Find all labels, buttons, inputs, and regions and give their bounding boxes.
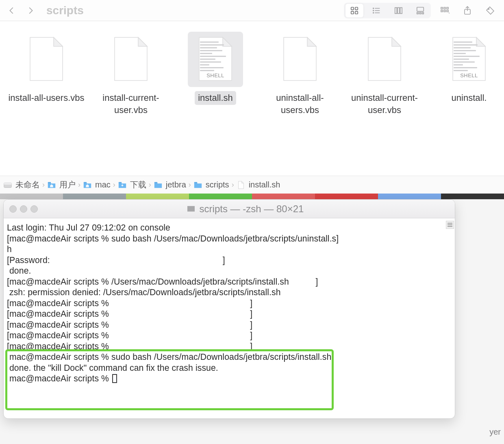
terminal-window: scripts — -zsh — 80×21 Last login: Thu J… bbox=[3, 199, 455, 419]
files-grid[interactable]: install-all-users.vbs install-current-us… bbox=[0, 21, 504, 176]
file-icon bbox=[357, 32, 412, 87]
traffic-close-icon[interactable] bbox=[9, 205, 17, 213]
traffic-max-icon[interactable] bbox=[30, 205, 38, 213]
svg-rect-21 bbox=[447, 7, 448, 9]
breadcrumb-label: 未命名 bbox=[15, 179, 40, 190]
chevron-right-icon: › bbox=[189, 181, 191, 189]
breadcrumb-item[interactable]: scripts bbox=[193, 180, 229, 189]
shell-badge: SHELL bbox=[196, 72, 235, 78]
share-button[interactable] bbox=[458, 4, 476, 17]
file-icon bbox=[272, 32, 328, 87]
svg-rect-31 bbox=[194, 182, 197, 183]
file-name: uninstall-all-users.vbs bbox=[258, 91, 342, 117]
terminal-title-text: scripts — -zsh — 80×21 bbox=[200, 203, 304, 215]
svg-rect-16 bbox=[422, 12, 424, 14]
file-item[interactable]: install-all-users.vbs bbox=[4, 29, 89, 176]
svg-rect-0 bbox=[351, 7, 354, 9]
breadcrumb-label: mac bbox=[95, 180, 111, 189]
terminal-line: done. bbox=[7, 266, 452, 276]
chevron-right-icon: › bbox=[232, 181, 234, 189]
breadcrumb-item[interactable]: 下载 bbox=[118, 179, 146, 190]
finder-toolbar: scripts bbox=[0, 0, 504, 21]
background-text: yer bbox=[489, 427, 501, 437]
shell-badge: SHELL bbox=[450, 72, 489, 78]
view-gallery-button[interactable] bbox=[411, 4, 429, 17]
terminal-line: [mac@macdeAir scripts % ] bbox=[7, 330, 452, 341]
chevron-right-icon: › bbox=[149, 181, 151, 189]
path-bar[interactable]: 未命名›用户›mac›下载›jetbra›scripts›install.sh bbox=[0, 176, 504, 194]
file-icon bbox=[19, 32, 74, 87]
svg-rect-26 bbox=[4, 183, 11, 185]
terminal-line: mac@macdeAir scripts % sudo bash /Users/… bbox=[7, 352, 452, 363]
view-list-button[interactable] bbox=[367, 4, 385, 17]
svg-rect-3 bbox=[355, 11, 358, 13]
breadcrumb-label: install.sh bbox=[249, 180, 280, 189]
terminal-line: [mac@macdeAir scripts % ] bbox=[7, 320, 452, 331]
file-item[interactable]: install-current-user.vbs bbox=[89, 29, 173, 176]
terminal-line: mac@macdeAir scripts % bbox=[7, 373, 452, 384]
svg-rect-20 bbox=[444, 10, 445, 12]
breadcrumb-item[interactable]: mac bbox=[83, 180, 111, 189]
svg-rect-19 bbox=[444, 7, 445, 9]
svg-rect-14 bbox=[417, 12, 419, 14]
terminal-line: Last login: Thu Jul 27 09:12:02 on conso… bbox=[7, 222, 452, 233]
breadcrumb-item[interactable]: install.sh bbox=[237, 180, 280, 189]
svg-rect-22 bbox=[447, 10, 448, 12]
chevron-right-icon: › bbox=[42, 181, 45, 189]
terminal-line: h bbox=[7, 244, 452, 255]
svg-point-6 bbox=[373, 10, 374, 11]
file-icon bbox=[103, 32, 159, 87]
file-icon: SHELL bbox=[188, 32, 243, 87]
breadcrumb-item[interactable]: 用户 bbox=[47, 179, 76, 190]
svg-point-8 bbox=[373, 12, 374, 13]
back-button[interactable] bbox=[5, 4, 19, 17]
breadcrumb-label: 下载 bbox=[130, 179, 146, 190]
file-item[interactable]: SHELLinstall.sh bbox=[173, 29, 258, 176]
svg-rect-10 bbox=[395, 7, 397, 13]
file-name: install-current-user.vbs bbox=[89, 91, 173, 117]
terminal-line: [Password: ] bbox=[7, 255, 452, 266]
file-name: uninstall. bbox=[448, 91, 490, 105]
breadcrumb-label: scripts bbox=[206, 180, 229, 189]
file-name: install-all-users.vbs bbox=[5, 91, 87, 105]
window-title: scripts bbox=[46, 4, 84, 17]
terminal-title: scripts — -zsh — 80×21 bbox=[41, 203, 449, 215]
terminal-line: [mac@macdeAir scripts % ] bbox=[7, 309, 452, 320]
svg-rect-13 bbox=[417, 7, 424, 11]
file-item[interactable]: uninstall-current-user.vbs bbox=[342, 29, 427, 176]
svg-rect-1 bbox=[355, 7, 358, 9]
svg-rect-15 bbox=[419, 12, 421, 14]
view-mode-group bbox=[344, 3, 431, 18]
group-by-button[interactable] bbox=[436, 4, 454, 17]
cursor-icon bbox=[112, 374, 117, 383]
terminal-line: zsh: permission denied: /Users/mac/Downl… bbox=[7, 287, 452, 298]
breadcrumb-label: jetbra bbox=[166, 180, 186, 189]
file-item[interactable]: uninstall-all-users.vbs bbox=[258, 29, 342, 176]
terminal-line: done. the "kill Dock" command can fix th… bbox=[7, 363, 452, 374]
tags-button[interactable] bbox=[481, 4, 499, 17]
breadcrumb-item[interactable]: 未命名 bbox=[3, 179, 40, 190]
terminal-titlebar[interactable]: scripts — -zsh — 80×21 bbox=[4, 200, 455, 218]
svg-rect-17 bbox=[441, 7, 443, 9]
chevron-right-icon: › bbox=[113, 181, 115, 189]
svg-point-4 bbox=[373, 8, 374, 9]
svg-rect-30 bbox=[154, 182, 157, 183]
traffic-min-icon[interactable] bbox=[20, 205, 27, 213]
svg-rect-27 bbox=[48, 182, 51, 183]
breadcrumb-item[interactable]: jetbra bbox=[154, 180, 186, 189]
view-columns-button[interactable] bbox=[389, 4, 407, 17]
terminal-line: [mac@macdeAir scripts % /Users/mac/Downl… bbox=[7, 276, 452, 287]
file-name: install.sh bbox=[195, 91, 236, 105]
scroll-handle-icon[interactable] bbox=[446, 221, 454, 229]
svg-rect-18 bbox=[441, 10, 443, 12]
svg-rect-29 bbox=[119, 182, 122, 183]
terminal-body[interactable]: Last login: Thu Jul 27 09:12:02 on conso… bbox=[4, 218, 455, 418]
view-icons-button[interactable] bbox=[345, 4, 363, 17]
file-icon: SHELL bbox=[441, 32, 497, 87]
forward-button[interactable] bbox=[24, 4, 37, 17]
svg-rect-12 bbox=[400, 7, 402, 13]
terminal-line: [mac@macdeAir scripts % sudo bash /Users… bbox=[7, 233, 452, 244]
svg-rect-11 bbox=[398, 7, 400, 13]
file-item[interactable]: SHELLuninstall. bbox=[427, 29, 504, 176]
terminal-line: [mac@macdeAir scripts % ] bbox=[7, 341, 452, 352]
